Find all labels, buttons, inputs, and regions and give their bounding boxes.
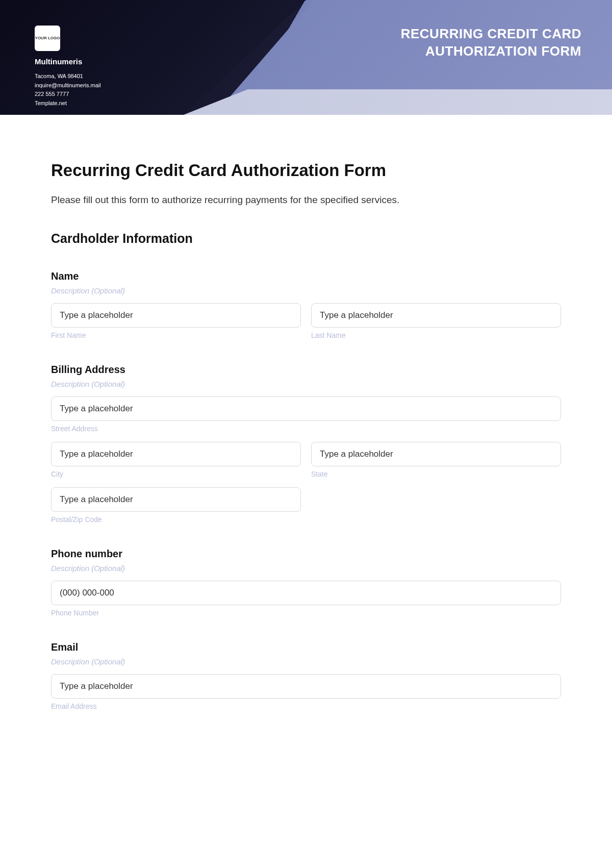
name-field-group: Name Description (Optional) First Name L… — [51, 270, 561, 339]
postal-sublabel: Postal/Zip Code — [51, 515, 301, 524]
header-title-line1: RECURRING CREDIT CARD — [401, 26, 581, 43]
last-name-sublabel: Last Name — [311, 331, 561, 339]
company-details: Tacoma, WA 98401 inquire@multinumeris.ma… — [35, 72, 101, 108]
street-sublabel: Street Address — [51, 425, 561, 433]
company-address: Tacoma, WA 98401 — [35, 72, 101, 81]
billing-description: Description (Optional) — [51, 380, 561, 388]
name-row: First Name Last Name — [51, 303, 561, 339]
postal-col: Postal/Zip Code — [51, 487, 301, 524]
logo-text: YOUR LOGO — [35, 36, 60, 41]
section-cardholder-heading: Cardholder Information — [51, 231, 561, 246]
postal-input[interactable] — [51, 487, 301, 512]
page-header: YOUR LOGO Multinumeris Tacoma, WA 98401 … — [0, 0, 612, 115]
logo-block: YOUR LOGO Multinumeris Tacoma, WA 98401 … — [35, 26, 101, 108]
city-col: City — [51, 442, 301, 478]
state-col: State — [311, 442, 561, 478]
phone-sublabel: Phone Number — [51, 609, 561, 617]
email-input[interactable] — [51, 674, 561, 699]
form-subtitle: Please fill out this form to authorize r… — [51, 194, 561, 206]
street-input[interactable] — [51, 396, 561, 421]
email-field-group: Email Description (Optional) Email Addre… — [51, 641, 561, 710]
name-label: Name — [51, 270, 561, 282]
header-title: RECURRING CREDIT CARD AUTHORIZATION FORM — [401, 26, 581, 60]
header-title-line2: AUTHORIZATION FORM — [401, 43, 581, 60]
last-name-input[interactable] — [311, 303, 561, 328]
company-phone: 222 555 7777 — [35, 90, 101, 99]
billing-field-group: Billing Address Description (Optional) S… — [51, 364, 561, 524]
first-name-sublabel: First Name — [51, 331, 301, 339]
state-sublabel: State — [311, 470, 561, 478]
state-input[interactable] — [311, 442, 561, 466]
name-description: Description (Optional) — [51, 286, 561, 295]
street-block: Street Address — [51, 396, 561, 433]
city-input[interactable] — [51, 442, 301, 466]
phone-description: Description (Optional) — [51, 564, 561, 573]
first-name-col: First Name — [51, 303, 301, 339]
logo-placeholder: YOUR LOGO — [35, 26, 60, 51]
company-name: Multinumeris — [35, 57, 101, 66]
phone-input[interactable] — [51, 581, 561, 605]
phone-field-group: Phone number Description (Optional) Phon… — [51, 548, 561, 617]
company-website: Template.net — [35, 99, 101, 108]
email-label: Email — [51, 641, 561, 653]
phone-label: Phone number — [51, 548, 561, 560]
city-sublabel: City — [51, 470, 301, 478]
postal-block: Postal/Zip Code — [51, 487, 561, 524]
form-title: Recurring Credit Card Authorization Form — [51, 161, 561, 180]
email-description: Description (Optional) — [51, 657, 561, 666]
billing-label: Billing Address — [51, 364, 561, 376]
city-state-row: City State — [51, 442, 561, 478]
form-content: Recurring Credit Card Authorization Form… — [0, 115, 612, 755]
email-block: Email Address — [51, 674, 561, 710]
city-state-block: City State — [51, 442, 561, 478]
last-name-col: Last Name — [311, 303, 561, 339]
company-email: inquire@multinumeris.mail — [35, 81, 101, 90]
phone-block: Phone Number — [51, 581, 561, 617]
email-sublabel: Email Address — [51, 702, 561, 710]
first-name-input[interactable] — [51, 303, 301, 328]
